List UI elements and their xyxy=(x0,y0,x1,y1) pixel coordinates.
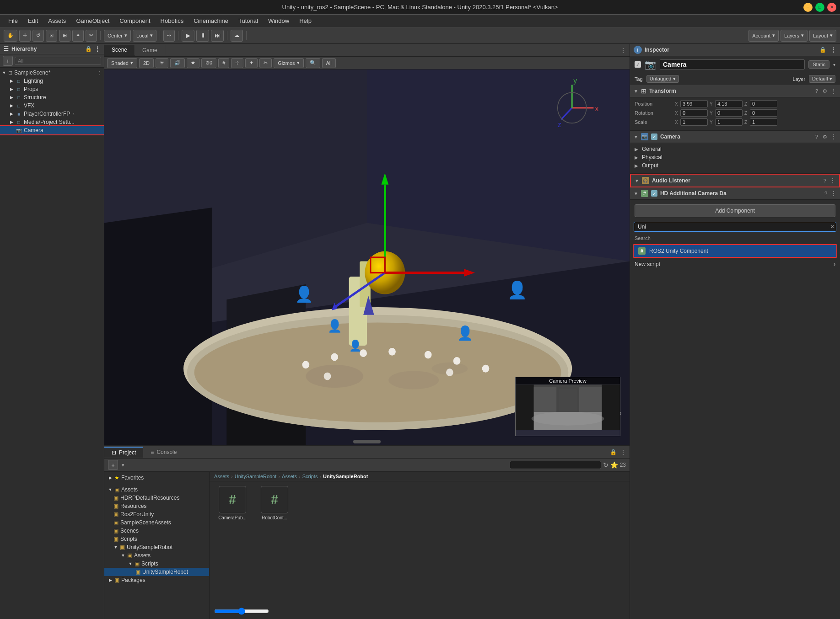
hier-item-media[interactable]: ▶ □ Media/Project Setti... xyxy=(0,118,104,126)
menu-component[interactable]: Component xyxy=(115,16,155,26)
menu-file[interactable]: File xyxy=(4,16,22,26)
hd-menu[interactable]: ⋮ xyxy=(831,190,836,197)
hier-item-camera[interactable]: 📷 Camera xyxy=(0,126,104,134)
tree-usr-scripts[interactable]: ▼ ▣ Scripts xyxy=(104,560,209,568)
shading-dropdown[interactable]: Shaded ▾ xyxy=(107,58,137,68)
audio-listener-header[interactable]: ▼ 🎧 Audio Listener ? ⋮ xyxy=(630,174,840,187)
play-button[interactable]: ▶ xyxy=(182,30,194,42)
pos-y-input[interactable]: 4.13 xyxy=(715,100,743,107)
scene-view[interactable]: 👤 👤 👤 👤 👤 x z xyxy=(104,69,630,445)
tab-game[interactable]: Game xyxy=(135,45,165,55)
breadcrumb-assets[interactable]: Assets xyxy=(214,474,229,479)
tool-move[interactable]: ✛ xyxy=(19,30,31,42)
transform-menu[interactable]: ⋮ xyxy=(831,88,836,94)
hier-item-playerfp[interactable]: ▶ ■ PlayerControllerFP › xyxy=(0,110,104,118)
project-menu[interactable]: ⋮ xyxy=(620,449,626,455)
hier-item-samplescene[interactable]: ▼ ⊡ SampleScene* ⋮ xyxy=(0,69,104,77)
rot-y-input[interactable]: 0 xyxy=(715,109,743,117)
hier-item-structure[interactable]: ▶ □ Structure xyxy=(0,93,104,101)
close-button[interactable]: ✕ xyxy=(827,3,836,12)
hierarchy-search[interactable] xyxy=(15,57,101,65)
pos-z-input[interactable]: 0 xyxy=(750,100,777,107)
menu-tutorial[interactable]: Tutorial xyxy=(234,16,263,26)
camera-component-header[interactable]: ▼ 📷 ✓ Camera ? ⚙ ⋮ xyxy=(630,131,840,143)
inspector-menu[interactable]: ⋮ xyxy=(831,47,836,53)
scene-menu[interactable]: ⋮ xyxy=(97,70,102,75)
tool-transform[interactable]: ✦ xyxy=(72,30,84,42)
scene-extra-btn[interactable]: ✦ xyxy=(245,58,258,68)
physical-row[interactable]: ▶ Physical xyxy=(635,153,835,161)
audio-help[interactable]: ? xyxy=(823,178,827,183)
inspector-lock[interactable]: 🔒 xyxy=(819,47,826,53)
hier-item-props[interactable]: ▶ □ Props xyxy=(0,85,104,93)
general-row[interactable]: ▶ General xyxy=(635,145,835,153)
step-button[interactable]: ⏭ xyxy=(211,30,224,42)
menu-cinemachine[interactable]: Cinemachine xyxy=(189,16,233,26)
static-button[interactable]: Static xyxy=(808,60,829,69)
scale-y-input[interactable]: 1 xyxy=(715,118,743,126)
tab-project[interactable]: ⊡ Project xyxy=(104,447,143,458)
gizmos-dropdown[interactable]: Gizmos ▾ xyxy=(274,58,303,68)
menu-robotics[interactable]: Robotics xyxy=(156,16,188,26)
scene-2d-btn[interactable]: 2D xyxy=(139,58,154,68)
transform-help[interactable]: ? xyxy=(814,88,819,94)
transform-settings[interactable]: ⚙ xyxy=(822,88,828,94)
audio-menu[interactable]: ⋮ xyxy=(830,177,835,184)
scene-audio-btn[interactable]: 🔊 xyxy=(170,58,185,68)
scene-nav-btn[interactable]: ⊹ xyxy=(231,58,243,68)
rot-z-input[interactable]: 0 xyxy=(750,109,777,117)
hierarchy-menu[interactable]: ⋮ xyxy=(95,46,100,52)
project-add-btn[interactable]: + xyxy=(108,460,118,470)
scene-sky-btn[interactable]: ⊘0 xyxy=(201,58,216,68)
scene-tab-menu[interactable]: ⋮ xyxy=(617,45,630,55)
file-camerapub[interactable]: # CameraPub... xyxy=(214,486,251,520)
layer-dropdown[interactable]: Default ▾ xyxy=(809,75,835,83)
breadcrumb-unitysamplerobot[interactable]: UnitySampleRobot xyxy=(235,474,277,479)
tree-resources[interactable]: ▣ Resources xyxy=(104,502,209,510)
tree-samplesceneassets[interactable]: ▣ SampleSceneAssets xyxy=(104,518,209,527)
scene-light-btn[interactable]: ☀ xyxy=(156,58,168,68)
cloud-btn[interactable]: ☁ xyxy=(231,30,243,42)
menu-window[interactable]: Window xyxy=(264,16,294,26)
hierarchy-add-btn[interactable]: + xyxy=(3,56,13,66)
camera-comp-active[interactable]: ✓ xyxy=(651,133,657,140)
search-clear-btn[interactable]: ✕ xyxy=(830,224,835,230)
tree-unitysamplerobot2[interactable]: ▣ UnitySampleRobot xyxy=(104,568,209,576)
new-script-item[interactable]: New script › xyxy=(630,259,840,270)
hd-help[interactable]: ? xyxy=(824,191,828,196)
tree-ros2forunity[interactable]: ▣ Ros2ForUnity xyxy=(104,510,209,518)
tree-favorites[interactable]: ▶ ★ Favorites xyxy=(104,474,209,482)
minimize-button[interactable]: − xyxy=(803,3,813,12)
scroll-indicator[interactable] xyxy=(353,440,381,443)
component-search-input[interactable] xyxy=(634,222,836,232)
proj-icon-refresh[interactable]: ↻ xyxy=(603,461,608,469)
ros2-unity-result[interactable]: # ROS2 Unity Component xyxy=(633,244,837,258)
grid-snap[interactable]: ⊹ xyxy=(163,30,175,42)
account-dropdown[interactable]: Account ▾ xyxy=(748,30,779,42)
project-dropdown-arrow[interactable]: ▾ xyxy=(120,462,126,468)
tool-rotate[interactable]: ↺ xyxy=(32,30,44,42)
tab-console[interactable]: ≡ Console xyxy=(143,447,184,457)
hier-item-vfx[interactable]: ▶ □ VFX xyxy=(0,101,104,110)
tree-scripts[interactable]: ▣ Scripts xyxy=(104,535,209,543)
pivot-center[interactable]: Center ▾ xyxy=(104,30,131,42)
maximize-button[interactable]: □ xyxy=(815,3,824,12)
hier-item-lighting[interactable]: ▶ □ Lighting xyxy=(0,77,104,85)
tab-scene[interactable]: Scene xyxy=(104,45,135,56)
tree-packages[interactable]: ▶ ▣ Packages xyxy=(104,576,209,584)
layers-dropdown[interactable]: Layers ▾ xyxy=(781,30,808,42)
file-robotcont[interactable]: # RobotCont... xyxy=(256,486,293,520)
scale-z-input[interactable]: 1 xyxy=(750,118,777,126)
tree-usr-assets[interactable]: ▼ ▣ Assets xyxy=(104,551,209,560)
add-component-button[interactable]: Add Component xyxy=(635,204,835,217)
menu-assets[interactable]: Assets xyxy=(43,16,70,26)
hierarchy-lock[interactable]: 🔒 xyxy=(85,46,92,52)
scene-grid-btn[interactable]: # xyxy=(218,58,229,68)
pause-button[interactable]: ⏸ xyxy=(196,30,209,42)
layout-dropdown[interactable]: Layout ▾ xyxy=(809,30,836,42)
static-arrow[interactable]: ▾ xyxy=(833,62,835,67)
tree-scenes[interactable]: ▣ Scenes xyxy=(104,527,209,535)
menu-gameobject[interactable]: GameObject xyxy=(71,16,114,26)
rot-x-input[interactable]: 0 xyxy=(680,109,708,117)
size-slider[interactable] xyxy=(214,608,269,615)
